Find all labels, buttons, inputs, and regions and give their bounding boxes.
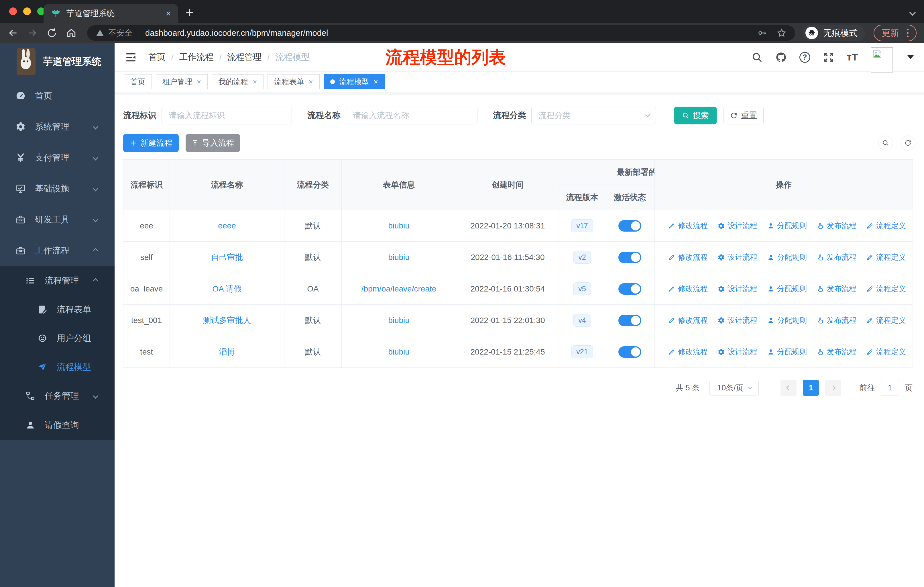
brand-header[interactable]: 芋道管理系统: [0, 43, 115, 80]
action-design-model[interactable]: 设计流程: [718, 315, 757, 325]
breadcrumb-item-0[interactable]: 首页: [148, 51, 165, 63]
action-process-definition[interactable]: 流程定义: [866, 347, 906, 357]
tab-close-icon[interactable]: ×: [165, 9, 171, 18]
tab-close-icon[interactable]: ×: [309, 78, 313, 86]
form-link[interactable]: biubiu: [388, 347, 409, 356]
avatar-caret-down-icon[interactable]: [908, 55, 914, 60]
url-text[interactable]: dashboard.yudao.iocoder.cn/bpm/manager/m…: [145, 28, 747, 38]
not-secure-warning-icon[interactable]: [96, 29, 104, 37]
action-edit-model[interactable]: 修改流程: [668, 221, 708, 231]
avatar[interactable]: [871, 47, 893, 73]
version-badge[interactable]: v5: [573, 282, 591, 295]
window-controls[interactable]: [9, 7, 45, 15]
sidebar-item-2[interactable]: 支付管理: [0, 142, 115, 173]
browser-menu-icon[interactable]: [905, 29, 910, 37]
action-edit-model[interactable]: 修改流程: [668, 284, 708, 294]
version-badge[interactable]: v2: [573, 251, 591, 264]
tab-close-icon[interactable]: ×: [197, 78, 201, 86]
action-edit-model[interactable]: 修改流程: [668, 315, 708, 325]
update-label[interactable]: 更新: [882, 27, 899, 39]
browser-tab[interactable]: 芋道管理系统 ×: [43, 4, 178, 23]
sidebar-item-6[interactable]: 流程管理: [0, 266, 115, 295]
filter-key-input[interactable]: [162, 107, 292, 124]
forward-icon[interactable]: [27, 28, 38, 38]
minimize-window-button[interactable]: [23, 7, 31, 15]
model-name-link[interactable]: 滔博: [219, 347, 235, 356]
active-toggle[interactable]: [619, 220, 641, 231]
active-toggle[interactable]: [619, 283, 641, 294]
action-assign-rule[interactable]: 分配规则: [767, 315, 807, 325]
sidebar-item-5[interactable]: 工作流程: [0, 235, 115, 266]
action-deploy-model[interactable]: 发布流程: [817, 221, 856, 231]
reload-icon[interactable]: [46, 28, 57, 38]
action-design-model[interactable]: 设计流程: [718, 347, 757, 357]
action-deploy-model[interactable]: 发布流程: [817, 284, 856, 294]
breadcrumb-item-2[interactable]: 流程管理: [228, 51, 262, 63]
tab-search-chevron-icon[interactable]: [909, 10, 916, 16]
action-design-model[interactable]: 设计流程: [718, 252, 757, 262]
search-icon[interactable]: [751, 51, 763, 63]
breadcrumb-item-1[interactable]: 工作流程: [179, 51, 214, 63]
import-model-button[interactable]: 导入流程: [186, 134, 240, 152]
help-icon[interactable]: ?: [799, 52, 810, 63]
sidebar-item-3[interactable]: 基础设施: [0, 173, 115, 204]
action-process-definition[interactable]: 流程定义: [866, 252, 906, 262]
sidebar-item-8[interactable]: 用户分组: [0, 324, 115, 352]
reset-button[interactable]: 重置: [723, 107, 764, 124]
action-process-definition[interactable]: 流程定义: [866, 315, 906, 325]
tab-close-icon[interactable]: ×: [252, 78, 257, 86]
action-assign-rule[interactable]: 分配规则: [767, 221, 807, 231]
action-edit-model[interactable]: 修改流程: [668, 347, 708, 357]
url-bar[interactable]: 不安全 dashboard.yudao.iocoder.cn/bpm/manag…: [87, 25, 795, 41]
font-size-icon[interactable]: ᴛT: [847, 51, 858, 63]
action-deploy-model[interactable]: 发布流程: [817, 347, 856, 357]
version-badge[interactable]: v21: [571, 346, 592, 358]
home-icon[interactable]: [66, 28, 77, 38]
browser-update-chip[interactable]: 更新: [874, 25, 917, 41]
action-design-model[interactable]: 设计流程: [718, 284, 757, 294]
action-process-definition[interactable]: 流程定义: [866, 221, 906, 231]
tab-close-icon[interactable]: ×: [374, 78, 378, 86]
action-deploy-model[interactable]: 发布流程: [817, 315, 856, 325]
back-icon[interactable]: [7, 28, 18, 38]
model-name-link[interactable]: OA 请假: [212, 284, 242, 293]
model-name-link[interactable]: 测试多审批人: [203, 316, 251, 325]
page-size-select[interactable]: 10条/页: [710, 380, 759, 396]
version-badge[interactable]: v17: [571, 219, 592, 232]
action-edit-model[interactable]: 修改流程: [668, 252, 708, 262]
bookmark-star-icon[interactable]: [777, 28, 787, 38]
active-toggle[interactable]: [619, 346, 641, 358]
version-badge[interactable]: v4: [573, 314, 591, 327]
goto-page-input[interactable]: [881, 380, 899, 396]
action-process-definition[interactable]: 流程定义: [866, 284, 906, 294]
form-link[interactable]: biubiu: [388, 253, 409, 262]
sidebar-item-4[interactable]: 研发工具: [0, 204, 115, 235]
page-tab-4[interactable]: 流程模型×: [323, 74, 384, 89]
new-tab-button[interactable]: +: [186, 4, 194, 21]
model-name-link[interactable]: 自己审批: [211, 253, 243, 262]
action-assign-rule[interactable]: 分配规则: [767, 347, 807, 357]
hide-search-button[interactable]: [878, 136, 893, 150]
github-icon[interactable]: [776, 51, 787, 63]
sidebar-item-9[interactable]: 流程模型: [0, 352, 115, 381]
sidebar-item-7[interactable]: 流程表单: [0, 295, 115, 324]
form-link[interactable]: biubiu: [388, 221, 409, 230]
sidebar-item-10[interactable]: 任务管理: [0, 381, 115, 410]
sidebar-item-1[interactable]: 系统管理: [0, 111, 115, 142]
create-model-button[interactable]: 新建流程: [123, 134, 179, 152]
sidebar-item-0[interactable]: 首页: [0, 80, 115, 111]
page-tab-3[interactable]: 流程表单×: [267, 74, 319, 89]
collapse-sidebar-icon[interactable]: [125, 51, 137, 63]
form-link[interactable]: /bpm/oa/leave/create: [361, 284, 437, 293]
action-design-model[interactable]: 设计流程: [718, 221, 757, 231]
active-toggle[interactable]: [619, 251, 641, 263]
password-key-icon[interactable]: [757, 28, 767, 38]
model-name-link[interactable]: eeee: [218, 221, 236, 230]
form-link[interactable]: biubiu: [388, 316, 409, 325]
close-window-button[interactable]: [9, 7, 17, 15]
filter-name-input[interactable]: [346, 107, 477, 124]
page-tab-2[interactable]: 我的流程×: [212, 74, 264, 89]
page-tab-0[interactable]: 首页: [124, 74, 152, 89]
action-assign-rule[interactable]: 分配规则: [767, 284, 807, 294]
prev-page-button[interactable]: [780, 380, 797, 396]
